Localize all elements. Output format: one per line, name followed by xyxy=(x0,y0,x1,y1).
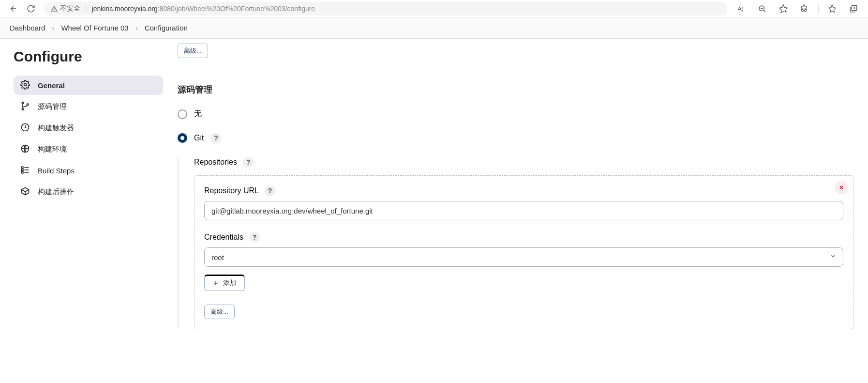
radio-none[interactable] xyxy=(178,109,187,119)
repo-url-label-row: Repository URL ? xyxy=(204,185,843,196)
zoom-out-icon[interactable] xyxy=(752,0,772,17)
url-port: :8080 xyxy=(158,5,175,13)
radio-row-none: 无 xyxy=(178,109,853,119)
clock-icon xyxy=(20,123,30,134)
sidebar-item-post-build[interactable]: 构建后操作 xyxy=(14,182,163,201)
section-divider xyxy=(178,70,853,70)
repo-url-input[interactable] xyxy=(204,201,843,220)
breadcrumb-job[interactable]: Wheel Of Fortune 03 xyxy=(61,24,128,32)
browser-right-icons xyxy=(731,0,863,17)
warning-icon xyxy=(50,5,58,13)
credentials-label-row: Credentials ? xyxy=(204,232,843,243)
sidebar-item-label: 构建触发器 xyxy=(38,123,74,133)
sidebar-item-environment[interactable]: 构建环境 xyxy=(14,139,163,159)
repositories-label-row: Repositories ? xyxy=(194,157,853,168)
credentials-label: Credentials xyxy=(204,233,243,242)
url-host: jenkins.mooreyxia.org xyxy=(92,5,158,13)
back-button[interactable] xyxy=(5,0,22,17)
read-aloud-icon[interactable] xyxy=(731,0,750,17)
favorites-list-icon[interactable] xyxy=(823,0,842,17)
git-subsection: Repositories ? Repository URL ? Credenti… xyxy=(178,157,853,329)
svg-rect-11 xyxy=(22,171,23,173)
insecure-badge: 不安全 xyxy=(50,4,80,13)
help-icon[interactable]: ? xyxy=(243,157,254,168)
list-icon xyxy=(20,165,30,176)
help-icon[interactable]: ? xyxy=(210,133,221,143)
svg-point-5 xyxy=(22,108,23,110)
branch-icon xyxy=(20,101,30,112)
chevron-right-icon: › xyxy=(52,24,54,32)
breadcrumb: Dashboard › Wheel Of Fortune 03 › Config… xyxy=(0,17,868,39)
refresh-button[interactable] xyxy=(22,0,40,17)
radio-git[interactable] xyxy=(178,133,187,143)
chevron-right-icon: › xyxy=(135,24,138,32)
url-path: /job/Wheel%20Of%20Fortune%2003/configure xyxy=(175,5,315,13)
breadcrumb-configuration[interactable]: Configuration xyxy=(145,24,188,32)
page-title: Configure xyxy=(14,48,163,65)
advanced-button-inner[interactable]: 高级... xyxy=(204,305,235,319)
section-title-scm: 源码管理 xyxy=(178,84,853,95)
sidebar-item-label: 源码管理 xyxy=(38,102,67,111)
sidebar-item-scm[interactable]: 源码管理 xyxy=(14,97,163,116)
advanced-button-top[interactable]: 高级... xyxy=(178,44,208,58)
remove-repo-button[interactable] xyxy=(835,181,848,194)
svg-rect-10 xyxy=(22,169,23,170)
close-icon xyxy=(838,184,844,190)
help-icon[interactable]: ? xyxy=(265,185,275,196)
radio-row-git: Git ? xyxy=(178,133,853,143)
sidebar-item-label: 构建环境 xyxy=(38,145,67,154)
repository-box: Repository URL ? Credentials ? root xyxy=(194,175,853,329)
collections-icon[interactable] xyxy=(844,0,863,17)
sidebar-item-label: 构建后操作 xyxy=(38,187,74,197)
package-icon xyxy=(20,186,30,198)
sidebar-item-label: General xyxy=(38,81,65,90)
add-credentials-button[interactable]: 添加 xyxy=(204,275,245,291)
svg-rect-9 xyxy=(22,167,23,168)
url-separator: | xyxy=(85,5,87,13)
insecure-label: 不安全 xyxy=(60,4,80,13)
help-icon[interactable]: ? xyxy=(249,232,260,243)
credentials-select[interactable]: root xyxy=(204,247,843,267)
sidebar-item-label: Build Steps xyxy=(38,167,75,175)
sidebar-item-triggers[interactable]: 构建触发器 xyxy=(14,118,163,138)
main-content: 高级... 源码管理 无 Git ? Repositories ? Reposi… xyxy=(172,39,868,383)
repositories-label: Repositories xyxy=(194,158,237,167)
extensions-icon[interactable] xyxy=(795,0,814,17)
globe-icon xyxy=(20,144,30,155)
svg-point-4 xyxy=(22,102,23,103)
add-button-label: 添加 xyxy=(223,279,237,288)
radio-none-label: 无 xyxy=(194,109,202,119)
favorite-add-icon[interactable] xyxy=(774,0,793,17)
plus-icon xyxy=(212,280,219,287)
repo-url-label: Repository URL xyxy=(204,186,259,195)
url-bar[interactable]: 不安全 | jenkins.mooreyxia.org:8080/job/Whe… xyxy=(44,2,727,15)
credentials-select-wrap: root xyxy=(204,247,843,267)
gear-icon xyxy=(20,80,30,91)
browser-toolbar: 不安全 | jenkins.mooreyxia.org:8080/job/Whe… xyxy=(0,0,868,17)
svg-point-3 xyxy=(24,83,27,86)
radio-git-label: Git xyxy=(194,134,204,142)
sidebar: Configure General 源码管理 构建触发器 构建环境 xyxy=(0,39,172,383)
sidebar-item-build-steps[interactable]: Build Steps xyxy=(14,161,163,180)
breadcrumb-dashboard[interactable]: Dashboard xyxy=(10,24,45,32)
sidebar-item-general[interactable]: General xyxy=(14,76,163,95)
